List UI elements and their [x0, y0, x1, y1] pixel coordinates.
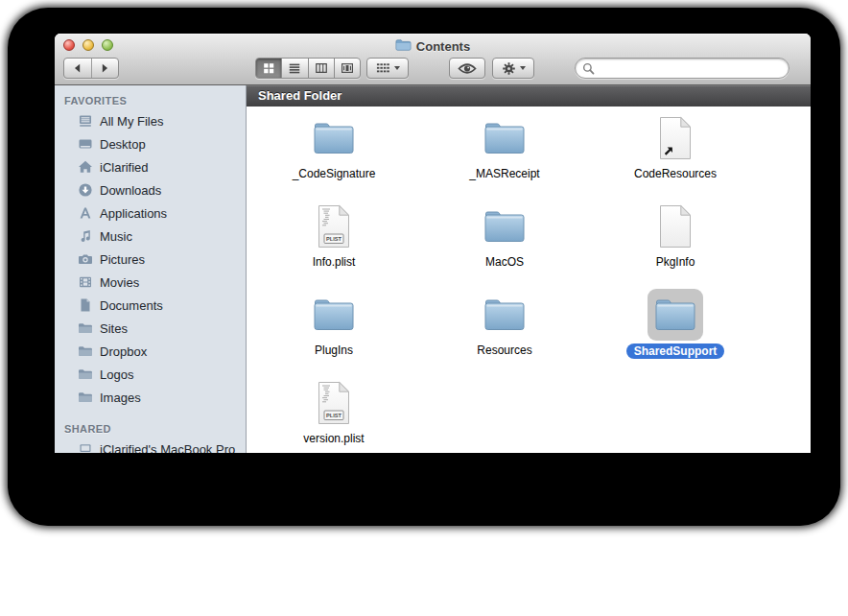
view-mode-segmented-control: [255, 58, 361, 79]
plist-document-icon: PLIST: [317, 204, 351, 249]
sidebar-item-label: Applications: [100, 206, 167, 221]
back-icon: [71, 61, 84, 75]
content-pane: Shared Folder _CodeSignature _MASReceipt…: [247, 85, 811, 453]
folder-icon: [78, 390, 93, 405]
forward-icon: [98, 61, 111, 75]
sidebar-item-label: Sites: [100, 321, 128, 336]
forward-button[interactable]: [91, 59, 119, 78]
applications-icon: [78, 205, 93, 221]
sidebar-item-all-my-files[interactable]: All My Files: [55, 109, 246, 132]
folder-icon: [483, 296, 527, 333]
sidebar-item-dropbox[interactable]: Dropbox: [55, 340, 246, 363]
file-coderesources[interactable]: CodeResources: [590, 112, 761, 201]
file-info-plist[interactable]: PLIST Info.plist: [248, 201, 419, 289]
document-icon: [658, 204, 693, 249]
coverflow-view-button[interactable]: [334, 59, 360, 78]
window-body: FAVORITESAll My FilesDesktopiClarifiedDo…: [55, 85, 811, 453]
file-name-label: PlugIns: [307, 343, 361, 358]
sidebar-item-applications[interactable]: Applications: [55, 201, 246, 225]
desktop-background: Contents: [0, 0, 848, 616]
sidebar-item-iclarified-s-macbook-pro[interactable]: iClarified's MacBook Pro: [55, 438, 246, 453]
traffic-lights: [63, 39, 113, 51]
movies-icon: [78, 274, 93, 290]
file-version-plist[interactable]: PLIST version.plist: [248, 377, 419, 453]
quicklook-button[interactable]: [449, 58, 485, 79]
sidebar-item-sites[interactable]: Sites: [55, 317, 246, 340]
search-input[interactable]: [599, 60, 782, 76]
column-view-icon: [315, 61, 328, 75]
sidebar-item-movies[interactable]: Movies: [55, 271, 246, 294]
sidebar-item-label: Desktop: [100, 137, 146, 152]
icon-view-button[interactable]: [256, 59, 281, 78]
quicklook-eye-icon: [458, 62, 477, 75]
arrange-button[interactable]: [366, 58, 409, 79]
file-name-label: SharedSupport: [626, 344, 725, 359]
file-icon-box: [648, 112, 703, 164]
file-sharedsupport[interactable]: SharedSupport: [590, 289, 761, 377]
back-button[interactable]: [64, 59, 91, 78]
list-view-button[interactable]: [281, 59, 307, 78]
zoom-button[interactable]: [102, 39, 113, 51]
sidebar-item-label: Movies: [100, 275, 139, 290]
svg-text:PLIST: PLIST: [326, 236, 342, 242]
close-button[interactable]: [63, 39, 75, 51]
documents-icon: [78, 297, 93, 313]
action-gear-icon: [502, 61, 516, 76]
action-button[interactable]: [492, 58, 534, 79]
folder-icon: [312, 296, 356, 333]
file-name-label: CodeResources: [626, 166, 724, 181]
folder-icon: [395, 38, 412, 55]
minimize-button[interactable]: [82, 39, 94, 51]
arrange-icon: [376, 62, 390, 74]
sidebar-item-documents[interactable]: Documents: [55, 294, 246, 317]
column-view-button[interactable]: [308, 59, 334, 78]
sidebar-item-pictures[interactable]: Pictures: [55, 248, 246, 271]
svg-text:PLIST: PLIST: [326, 413, 342, 418]
list-view-icon: [288, 61, 301, 75]
sidebar-item-label: iClarified's MacBook Pro: [100, 442, 235, 454]
file-macos[interactable]: MacOS: [419, 201, 590, 289]
pictures-icon: [78, 251, 93, 267]
file-plugins[interactable]: PlugIns: [248, 289, 419, 377]
file-icon-box: [306, 289, 362, 341]
shared-folder-banner: Shared Folder: [247, 85, 811, 107]
file-icon-box: [477, 112, 532, 164]
sidebar-item-desktop[interactable]: Desktop: [55, 132, 246, 155]
sidebar-item-label: All My Files: [100, 114, 163, 129]
file-name-label: _MASReceipt: [461, 166, 547, 181]
file-name-label: Info.plist: [305, 254, 364, 270]
window-title: Contents: [416, 39, 470, 54]
sidebar-section-shared: SHARED: [55, 420, 246, 438]
folder-icon: [483, 120, 527, 156]
sidebar-item-logos[interactable]: Logos: [55, 363, 246, 386]
sidebar-item-music[interactable]: Music: [55, 225, 246, 248]
folder-icon: [78, 320, 93, 336]
sidebar-item-iclarified[interactable]: iClarified: [55, 155, 246, 178]
file-codesignature[interactable]: _CodeSignature: [248, 112, 419, 201]
file-name-label: _CodeSignature: [285, 166, 384, 181]
all-my-files-icon: [78, 113, 93, 129]
chevron-down-icon: [520, 66, 526, 70]
file-icon-box: [306, 112, 362, 164]
sidebar-item-label: Dropbox: [100, 344, 147, 359]
sidebar-item-downloads[interactable]: Downloads: [55, 178, 246, 201]
home-icon: [78, 159, 93, 175]
file-resources[interactable]: Resources: [419, 289, 590, 377]
coverflow-view-icon: [341, 61, 354, 75]
file-icon-box: PLIST: [306, 377, 362, 429]
window-header[interactable]: Contents: [55, 34, 811, 85]
sidebar-item-label: Pictures: [100, 252, 145, 267]
sidebar-item-label: Downloads: [100, 183, 161, 198]
file-masreceipt[interactable]: _MASReceipt: [419, 112, 590, 201]
alias-document-icon: [658, 116, 693, 160]
search-field: [575, 58, 789, 79]
sidebar-item-images[interactable]: Images: [55, 386, 246, 409]
file-icon-box: [477, 289, 532, 341]
chevron-down-icon: [394, 66, 400, 70]
finder-window: Contents: [55, 34, 811, 453]
sidebar-item-label: Documents: [100, 298, 163, 313]
folder-icon: [653, 296, 697, 333]
file-pkginfo[interactable]: PkgInfo: [590, 201, 761, 289]
file-icon-box: [477, 201, 532, 252]
window-title-area: Contents: [170, 38, 695, 55]
